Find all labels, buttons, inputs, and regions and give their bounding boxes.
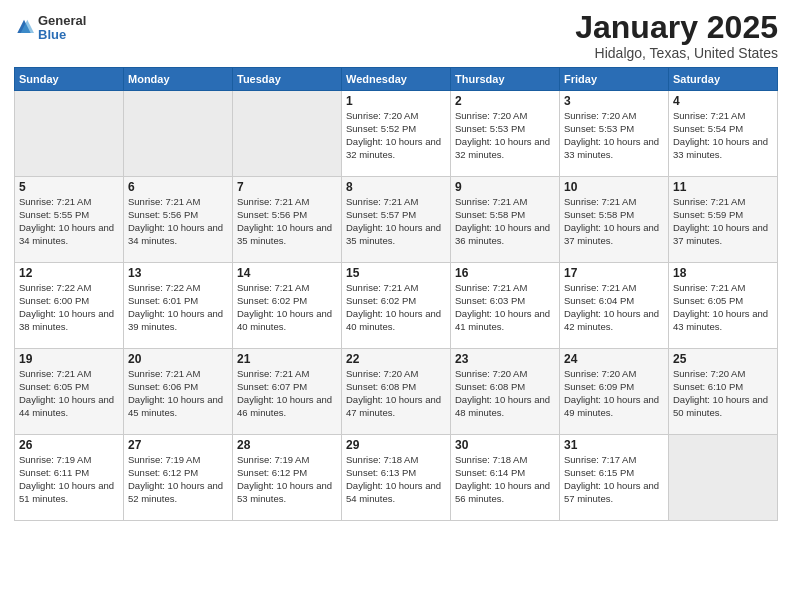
- calendar-cell: [124, 91, 233, 177]
- week-row-5: 26Sunrise: 7:19 AMSunset: 6:11 PMDayligh…: [15, 435, 778, 521]
- day-info: Sunrise: 7:20 AMSunset: 6:09 PMDaylight:…: [564, 368, 664, 419]
- day-info: Sunrise: 7:21 AMSunset: 5:56 PMDaylight:…: [237, 196, 337, 247]
- calendar-cell: 18Sunrise: 7:21 AMSunset: 6:05 PMDayligh…: [669, 263, 778, 349]
- day-number: 27: [128, 438, 228, 452]
- calendar-container: General Blue January 2025 Hidalgo, Texas…: [0, 0, 792, 531]
- calendar-cell: 10Sunrise: 7:21 AMSunset: 5:58 PMDayligh…: [560, 177, 669, 263]
- day-number: 16: [455, 266, 555, 280]
- day-number: 18: [673, 266, 773, 280]
- day-number: 28: [237, 438, 337, 452]
- day-info: Sunrise: 7:20 AMSunset: 5:53 PMDaylight:…: [564, 110, 664, 161]
- calendar-cell: 2Sunrise: 7:20 AMSunset: 5:53 PMDaylight…: [451, 91, 560, 177]
- calendar-cell: 15Sunrise: 7:21 AMSunset: 6:02 PMDayligh…: [342, 263, 451, 349]
- calendar-cell: 26Sunrise: 7:19 AMSunset: 6:11 PMDayligh…: [15, 435, 124, 521]
- day-number: 19: [19, 352, 119, 366]
- calendar-cell: 6Sunrise: 7:21 AMSunset: 5:56 PMDaylight…: [124, 177, 233, 263]
- calendar-cell: 12Sunrise: 7:22 AMSunset: 6:00 PMDayligh…: [15, 263, 124, 349]
- header-day-friday: Friday: [560, 68, 669, 91]
- day-info: Sunrise: 7:21 AMSunset: 6:04 PMDaylight:…: [564, 282, 664, 333]
- day-number: 6: [128, 180, 228, 194]
- day-number: 10: [564, 180, 664, 194]
- logo-general-text: General: [38, 14, 86, 28]
- logo: General Blue: [14, 14, 86, 43]
- day-number: 23: [455, 352, 555, 366]
- header-day-monday: Monday: [124, 68, 233, 91]
- day-number: 26: [19, 438, 119, 452]
- day-number: 21: [237, 352, 337, 366]
- week-row-1: 1Sunrise: 7:20 AMSunset: 5:52 PMDaylight…: [15, 91, 778, 177]
- day-number: 14: [237, 266, 337, 280]
- day-info: Sunrise: 7:22 AMSunset: 6:01 PMDaylight:…: [128, 282, 228, 333]
- calendar-cell: 17Sunrise: 7:21 AMSunset: 6:04 PMDayligh…: [560, 263, 669, 349]
- calendar-cell: [233, 91, 342, 177]
- header-day-wednesday: Wednesday: [342, 68, 451, 91]
- calendar-cell: 1Sunrise: 7:20 AMSunset: 5:52 PMDaylight…: [342, 91, 451, 177]
- day-info: Sunrise: 7:19 AMSunset: 6:12 PMDaylight:…: [128, 454, 228, 505]
- day-info: Sunrise: 7:20 AMSunset: 5:53 PMDaylight:…: [455, 110, 555, 161]
- calendar-cell: 5Sunrise: 7:21 AMSunset: 5:55 PMDaylight…: [15, 177, 124, 263]
- calendar-cell: 21Sunrise: 7:21 AMSunset: 6:07 PMDayligh…: [233, 349, 342, 435]
- day-number: 31: [564, 438, 664, 452]
- day-number: 3: [564, 94, 664, 108]
- header-row: SundayMondayTuesdayWednesdayThursdayFrid…: [15, 68, 778, 91]
- header: General Blue January 2025 Hidalgo, Texas…: [14, 10, 778, 61]
- week-row-3: 12Sunrise: 7:22 AMSunset: 6:00 PMDayligh…: [15, 263, 778, 349]
- day-info: Sunrise: 7:19 AMSunset: 6:11 PMDaylight:…: [19, 454, 119, 505]
- header-day-saturday: Saturday: [669, 68, 778, 91]
- header-day-thursday: Thursday: [451, 68, 560, 91]
- day-number: 15: [346, 266, 446, 280]
- day-info: Sunrise: 7:20 AMSunset: 6:08 PMDaylight:…: [455, 368, 555, 419]
- day-number: 25: [673, 352, 773, 366]
- title-area: January 2025 Hidalgo, Texas, United Stat…: [575, 10, 778, 61]
- day-number: 13: [128, 266, 228, 280]
- calendar-cell: 28Sunrise: 7:19 AMSunset: 6:12 PMDayligh…: [233, 435, 342, 521]
- calendar-table: SundayMondayTuesdayWednesdayThursdayFrid…: [14, 67, 778, 521]
- calendar-cell: 7Sunrise: 7:21 AMSunset: 5:56 PMDaylight…: [233, 177, 342, 263]
- day-info: Sunrise: 7:17 AMSunset: 6:15 PMDaylight:…: [564, 454, 664, 505]
- day-info: Sunrise: 7:21 AMSunset: 5:57 PMDaylight:…: [346, 196, 446, 247]
- day-info: Sunrise: 7:22 AMSunset: 6:00 PMDaylight:…: [19, 282, 119, 333]
- week-row-2: 5Sunrise: 7:21 AMSunset: 5:55 PMDaylight…: [15, 177, 778, 263]
- calendar-cell: 22Sunrise: 7:20 AMSunset: 6:08 PMDayligh…: [342, 349, 451, 435]
- header-day-tuesday: Tuesday: [233, 68, 342, 91]
- day-info: Sunrise: 7:21 AMSunset: 6:05 PMDaylight:…: [19, 368, 119, 419]
- calendar-cell: 19Sunrise: 7:21 AMSunset: 6:05 PMDayligh…: [15, 349, 124, 435]
- logo-blue-text: Blue: [38, 28, 86, 42]
- calendar-cell: 24Sunrise: 7:20 AMSunset: 6:09 PMDayligh…: [560, 349, 669, 435]
- calendar-cell: 8Sunrise: 7:21 AMSunset: 5:57 PMDaylight…: [342, 177, 451, 263]
- day-info: Sunrise: 7:21 AMSunset: 6:02 PMDaylight:…: [346, 282, 446, 333]
- calendar-cell: 13Sunrise: 7:22 AMSunset: 6:01 PMDayligh…: [124, 263, 233, 349]
- day-number: 20: [128, 352, 228, 366]
- day-info: Sunrise: 7:20 AMSunset: 6:08 PMDaylight:…: [346, 368, 446, 419]
- day-number: 29: [346, 438, 446, 452]
- location: Hidalgo, Texas, United States: [575, 45, 778, 61]
- calendar-cell: 30Sunrise: 7:18 AMSunset: 6:14 PMDayligh…: [451, 435, 560, 521]
- month-title: January 2025: [575, 10, 778, 45]
- calendar-cell: 23Sunrise: 7:20 AMSunset: 6:08 PMDayligh…: [451, 349, 560, 435]
- day-info: Sunrise: 7:18 AMSunset: 6:14 PMDaylight:…: [455, 454, 555, 505]
- day-info: Sunrise: 7:21 AMSunset: 5:58 PMDaylight:…: [455, 196, 555, 247]
- day-number: 2: [455, 94, 555, 108]
- calendar-cell: [15, 91, 124, 177]
- day-number: 4: [673, 94, 773, 108]
- calendar-cell: 31Sunrise: 7:17 AMSunset: 6:15 PMDayligh…: [560, 435, 669, 521]
- calendar-cell: 9Sunrise: 7:21 AMSunset: 5:58 PMDaylight…: [451, 177, 560, 263]
- day-info: Sunrise: 7:21 AMSunset: 5:58 PMDaylight:…: [564, 196, 664, 247]
- header-day-sunday: Sunday: [15, 68, 124, 91]
- day-number: 12: [19, 266, 119, 280]
- calendar-cell: 27Sunrise: 7:19 AMSunset: 6:12 PMDayligh…: [124, 435, 233, 521]
- calendar-cell: 14Sunrise: 7:21 AMSunset: 6:02 PMDayligh…: [233, 263, 342, 349]
- day-number: 5: [19, 180, 119, 194]
- week-row-4: 19Sunrise: 7:21 AMSunset: 6:05 PMDayligh…: [15, 349, 778, 435]
- calendar-cell: 20Sunrise: 7:21 AMSunset: 6:06 PMDayligh…: [124, 349, 233, 435]
- calendar-cell: 4Sunrise: 7:21 AMSunset: 5:54 PMDaylight…: [669, 91, 778, 177]
- day-info: Sunrise: 7:20 AMSunset: 6:10 PMDaylight:…: [673, 368, 773, 419]
- calendar-cell: [669, 435, 778, 521]
- day-info: Sunrise: 7:21 AMSunset: 5:55 PMDaylight:…: [19, 196, 119, 247]
- day-info: Sunrise: 7:20 AMSunset: 5:52 PMDaylight:…: [346, 110, 446, 161]
- day-number: 1: [346, 94, 446, 108]
- day-info: Sunrise: 7:21 AMSunset: 6:03 PMDaylight:…: [455, 282, 555, 333]
- day-info: Sunrise: 7:21 AMSunset: 6:02 PMDaylight:…: [237, 282, 337, 333]
- calendar-cell: 11Sunrise: 7:21 AMSunset: 5:59 PMDayligh…: [669, 177, 778, 263]
- calendar-cell: 16Sunrise: 7:21 AMSunset: 6:03 PMDayligh…: [451, 263, 560, 349]
